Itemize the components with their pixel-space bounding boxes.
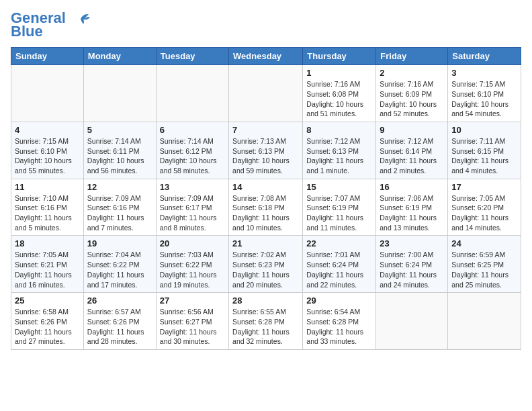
day-info: Sunrise: 6:54 AMSunset: 6:28 PMDaylight:… <box>306 307 372 347</box>
day-number: 3 <box>451 68 517 78</box>
day-number: 26 <box>87 295 152 306</box>
calendar-cell: 28Sunrise: 6:55 AMSunset: 6:28 PMDayligh… <box>229 293 303 350</box>
calendar-cell: 7Sunrise: 7:13 AMSunset: 6:13 PMDaylight… <box>229 122 303 179</box>
calendar-cell: 21Sunrise: 7:02 AMSunset: 6:23 PMDayligh… <box>229 236 303 293</box>
calendar-cell: 4Sunrise: 7:15 AMSunset: 6:10 PMDaylight… <box>11 122 84 179</box>
calendar-cell <box>156 65 228 122</box>
day-info: Sunrise: 7:02 AMSunset: 6:23 PMDaylight:… <box>232 250 299 289</box>
day-info: Sunrise: 6:55 AMSunset: 6:28 PMDaylight:… <box>232 307 299 347</box>
day-number: 10 <box>451 125 517 135</box>
calendar-cell: 9Sunrise: 7:12 AMSunset: 6:14 PMDaylight… <box>376 122 448 179</box>
day-info: Sunrise: 7:16 AMSunset: 6:08 PMDaylight:… <box>306 79 372 119</box>
day-number: 11 <box>15 182 80 192</box>
page-header: General Blue <box>11 11 521 40</box>
logo-bird-icon <box>71 12 90 26</box>
day-number: 16 <box>380 182 444 192</box>
day-number: 4 <box>15 125 80 135</box>
calendar-cell: 14Sunrise: 7:08 AMSunset: 6:18 PMDayligh… <box>229 179 303 236</box>
day-number: 24 <box>451 238 517 248</box>
day-number: 9 <box>380 125 444 135</box>
calendar-cell: 2Sunrise: 7:16 AMSunset: 6:09 PMDaylight… <box>376 65 448 122</box>
calendar-cell: 24Sunrise: 6:59 AMSunset: 6:25 PMDayligh… <box>448 236 521 293</box>
calendar-cell: 26Sunrise: 6:57 AMSunset: 6:26 PMDayligh… <box>83 293 156 350</box>
calendar-cell: 6Sunrise: 7:14 AMSunset: 6:12 PMDaylight… <box>156 122 228 179</box>
weekday-header-thursday: Thursday <box>303 48 376 65</box>
day-info: Sunrise: 7:15 AMSunset: 6:10 PMDaylight:… <box>451 79 517 119</box>
day-info: Sunrise: 6:57 AMSunset: 6:26 PMDaylight:… <box>87 307 152 347</box>
day-info: Sunrise: 6:56 AMSunset: 6:27 PMDaylight:… <box>160 307 225 347</box>
day-number: 14 <box>232 182 299 192</box>
day-info: Sunrise: 7:10 AMSunset: 6:16 PMDaylight:… <box>15 193 80 233</box>
day-info: Sunrise: 7:11 AMSunset: 6:15 PMDaylight:… <box>451 136 517 176</box>
day-info: Sunrise: 6:58 AMSunset: 6:26 PMDaylight:… <box>15 307 80 347</box>
day-number: 12 <box>87 182 152 192</box>
day-info: Sunrise: 7:05 AMSunset: 6:20 PMDaylight:… <box>451 193 517 233</box>
day-info: Sunrise: 7:12 AMSunset: 6:14 PMDaylight:… <box>380 136 444 176</box>
calendar-cell: 22Sunrise: 7:01 AMSunset: 6:24 PMDayligh… <box>303 236 376 293</box>
day-number: 6 <box>160 125 225 135</box>
calendar-cell: 1Sunrise: 7:16 AMSunset: 6:08 PMDaylight… <box>303 65 376 122</box>
day-info: Sunrise: 7:14 AMSunset: 6:11 PMDaylight:… <box>87 136 152 176</box>
logo: General Blue <box>11 11 90 40</box>
day-number: 23 <box>380 238 444 248</box>
day-number: 22 <box>306 238 372 248</box>
day-number: 29 <box>306 295 372 306</box>
day-number: 1 <box>306 68 372 78</box>
day-number: 21 <box>232 238 299 248</box>
day-number: 7 <box>232 125 299 135</box>
weekday-header-monday: Monday <box>83 48 156 65</box>
calendar-cell: 5Sunrise: 7:14 AMSunset: 6:11 PMDaylight… <box>83 122 156 179</box>
day-info: Sunrise: 7:00 AMSunset: 6:24 PMDaylight:… <box>380 250 444 289</box>
calendar-cell: 19Sunrise: 7:04 AMSunset: 6:22 PMDayligh… <box>83 236 156 293</box>
calendar-cell <box>229 65 303 122</box>
calendar-cell: 13Sunrise: 7:09 AMSunset: 6:17 PMDayligh… <box>156 179 228 236</box>
calendar-cell: 23Sunrise: 7:00 AMSunset: 6:24 PMDayligh… <box>376 236 448 293</box>
calendar-cell <box>376 293 448 350</box>
day-info: Sunrise: 7:09 AMSunset: 6:16 PMDaylight:… <box>87 193 152 233</box>
day-number: 15 <box>306 182 372 192</box>
calendar-cell: 20Sunrise: 7:03 AMSunset: 6:22 PMDayligh… <box>156 236 228 293</box>
day-info: Sunrise: 7:08 AMSunset: 6:18 PMDaylight:… <box>232 193 299 233</box>
calendar-cell: 11Sunrise: 7:10 AMSunset: 6:16 PMDayligh… <box>11 179 84 236</box>
day-info: Sunrise: 7:14 AMSunset: 6:12 PMDaylight:… <box>160 136 225 176</box>
day-number: 27 <box>160 295 225 306</box>
day-info: Sunrise: 7:05 AMSunset: 6:21 PMDaylight:… <box>15 250 80 289</box>
day-number: 8 <box>306 125 372 135</box>
day-info: Sunrise: 7:01 AMSunset: 6:24 PMDaylight:… <box>306 250 372 289</box>
calendar-cell <box>448 293 521 350</box>
day-number: 20 <box>160 238 225 248</box>
day-info: Sunrise: 7:03 AMSunset: 6:22 PMDaylight:… <box>160 250 225 289</box>
weekday-header-wednesday: Wednesday <box>229 48 303 65</box>
weekday-header-sunday: Sunday <box>11 48 84 65</box>
calendar-cell: 29Sunrise: 6:54 AMSunset: 6:28 PMDayligh… <box>303 293 376 350</box>
day-number: 5 <box>87 125 152 135</box>
day-number: 19 <box>87 238 152 248</box>
weekday-header-friday: Friday <box>376 48 448 65</box>
weekday-header-tuesday: Tuesday <box>156 48 228 65</box>
calendar-cell: 10Sunrise: 7:11 AMSunset: 6:15 PMDayligh… <box>448 122 521 179</box>
calendar-cell: 25Sunrise: 6:58 AMSunset: 6:26 PMDayligh… <box>11 293 84 350</box>
day-number: 17 <box>451 182 517 192</box>
day-number: 18 <box>15 238 80 248</box>
day-number: 25 <box>15 295 80 306</box>
day-info: Sunrise: 7:06 AMSunset: 6:19 PMDaylight:… <box>380 193 444 233</box>
day-number: 2 <box>380 68 444 78</box>
day-info: Sunrise: 7:16 AMSunset: 6:09 PMDaylight:… <box>380 79 444 119</box>
calendar-cell <box>83 65 156 122</box>
weekday-header-saturday: Saturday <box>448 48 521 65</box>
calendar-cell: 8Sunrise: 7:12 AMSunset: 6:13 PMDaylight… <box>303 122 376 179</box>
day-info: Sunrise: 7:15 AMSunset: 6:10 PMDaylight:… <box>15 136 80 176</box>
day-number: 28 <box>232 295 299 306</box>
day-info: Sunrise: 7:07 AMSunset: 6:19 PMDaylight:… <box>306 193 372 233</box>
calendar-cell: 27Sunrise: 6:56 AMSunset: 6:27 PMDayligh… <box>156 293 228 350</box>
day-info: Sunrise: 7:09 AMSunset: 6:17 PMDaylight:… <box>160 193 225 233</box>
calendar-cell: 12Sunrise: 7:09 AMSunset: 6:16 PMDayligh… <box>83 179 156 236</box>
logo-subtext: Blue <box>11 23 43 40</box>
calendar-cell: 18Sunrise: 7:05 AMSunset: 6:21 PMDayligh… <box>11 236 84 293</box>
day-info: Sunrise: 7:04 AMSunset: 6:22 PMDaylight:… <box>87 250 152 289</box>
calendar-table: SundayMondayTuesdayWednesdayThursdayFrid… <box>11 47 521 350</box>
calendar-cell: 16Sunrise: 7:06 AMSunset: 6:19 PMDayligh… <box>376 179 448 236</box>
day-info: Sunrise: 7:13 AMSunset: 6:13 PMDaylight:… <box>232 136 299 176</box>
calendar-cell <box>11 65 84 122</box>
calendar-cell: 17Sunrise: 7:05 AMSunset: 6:20 PMDayligh… <box>448 179 521 236</box>
